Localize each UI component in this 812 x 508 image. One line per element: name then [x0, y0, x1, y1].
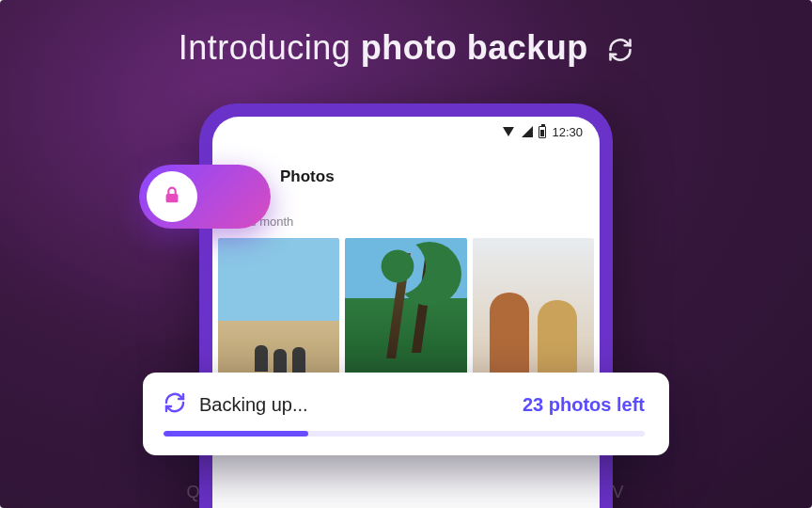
status-bar: 12:30 [212, 117, 600, 147]
keyboard-key: R [518, 483, 532, 502]
keyboard-hint: QSIADWRRYV [186, 483, 625, 502]
lock-badge [139, 165, 271, 229]
battery-icon [539, 126, 546, 138]
keyboard-key: W [418, 483, 436, 502]
keyboard-key: Y [566, 483, 579, 502]
lock-icon [162, 184, 182, 209]
keyboard-key: S [235, 483, 248, 502]
keyboard-key: I [282, 483, 289, 502]
backup-row: Backing up... 23 photos left [164, 391, 645, 418]
photo-thumbnail[interactable] [218, 238, 339, 389]
backup-left: Backing up... [164, 391, 308, 418]
headline: Introducing photo backup [0, 28, 812, 68]
keyboard-key: Q [186, 483, 201, 502]
headline-bold: photo backup [361, 28, 588, 67]
backup-count-text: 23 photos left [523, 394, 645, 416]
signal-icon [522, 126, 533, 137]
backup-progress-track [164, 431, 645, 437]
headline-light: Introducing [179, 28, 361, 67]
keyboard-key: D [370, 483, 384, 502]
promo-stage: Introducing photo backup [0, 0, 812, 508]
keyboard-key: R [470, 483, 484, 502]
sync-icon [607, 37, 633, 63]
keyboard-key: V [613, 483, 626, 502]
backup-card: Backing up... 23 photos left [143, 373, 669, 455]
photo-thumbnail[interactable] [473, 238, 594, 389]
app-title: Photos [280, 167, 579, 186]
lock-circle [147, 171, 197, 222]
photo-thumbnail[interactable] [345, 238, 466, 389]
svg-rect-0 [166, 194, 179, 202]
wifi-icon [503, 127, 514, 136]
status-time: 12:30 [552, 125, 583, 139]
app-header: Photos [212, 147, 600, 192]
backup-progress-fill [164, 431, 308, 437]
backup-status-text: Backing up... [199, 394, 308, 416]
photo-grid [212, 238, 600, 389]
sync-icon [164, 391, 186, 418]
keyboard-key: A [323, 483, 336, 502]
